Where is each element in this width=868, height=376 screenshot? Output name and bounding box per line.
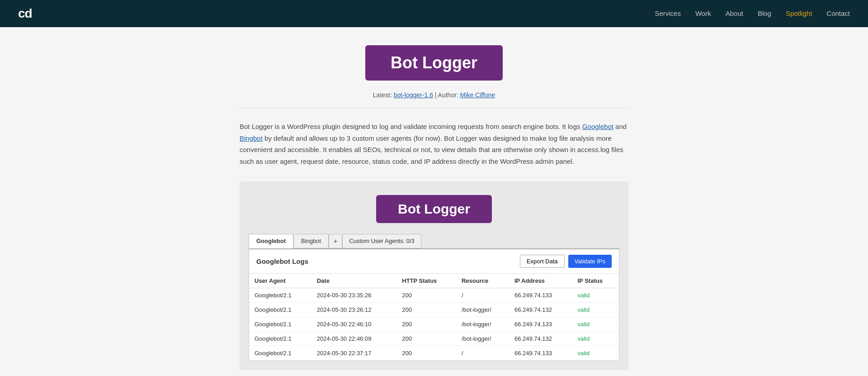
cell-user-agent: Googlebot/2.1 xyxy=(249,303,311,317)
cell-ip-status: valid xyxy=(572,317,619,332)
tab-bar: Googlebot Bingbot + Custom User Agents: … xyxy=(249,234,619,248)
col-ip-status: IP Status xyxy=(572,274,619,288)
table-section: Googlebot Logs Export Data Validate IPs … xyxy=(249,248,619,361)
col-resource: Resource xyxy=(456,274,509,288)
cell-ip-status: valid xyxy=(572,332,619,346)
table-row: Googlebot/2.1 2024-05-30 22:37:17 200 / … xyxy=(249,346,619,361)
table-row: Googlebot/2.1 2024-05-30 23:26:12 200 /b… xyxy=(249,303,619,317)
cell-ip-status: valid xyxy=(572,288,619,303)
site-logo[interactable]: cd xyxy=(18,6,32,21)
cell-ip-address: 66.249.74.132 xyxy=(509,332,572,346)
cell-http-status: 200 xyxy=(396,288,456,303)
cell-ip-address: 66.249.74.133 xyxy=(509,346,572,361)
nav-about[interactable]: About xyxy=(726,10,743,17)
hero-badge: Bot Logger xyxy=(365,45,503,81)
cell-ip-status: valid xyxy=(572,346,619,361)
tab-bingbot[interactable]: Bingbot xyxy=(293,234,329,248)
author-label: Author: xyxy=(438,91,458,99)
cell-date: 2024-05-30 23:35:26 xyxy=(311,288,397,303)
cell-user-agent: Googlebot/2.1 xyxy=(249,288,311,303)
author-link[interactable]: Mike Ciffone xyxy=(460,91,495,99)
table-header-row: Googlebot Logs Export Data Validate IPs xyxy=(249,249,619,274)
cell-resource: /bot-logger/ xyxy=(456,303,509,317)
export-data-button[interactable]: Export Data xyxy=(520,255,565,268)
cell-ip-address: 66.249.74.133 xyxy=(509,288,572,303)
cell-resource: /bot-logger/ xyxy=(456,317,509,332)
cell-resource: / xyxy=(456,346,509,361)
meta-line: Latest: bot-logger-1.6 | Author: Mike Ci… xyxy=(240,91,628,99)
version-link[interactable]: bot-logger-1.6 xyxy=(394,91,433,99)
table-actions: Export Data Validate IPs xyxy=(520,255,612,268)
cell-ip-address: 66.249.74.132 xyxy=(509,303,572,317)
cell-http-status: 200 xyxy=(396,317,456,332)
cell-http-status: 200 xyxy=(396,346,456,361)
cell-ip-status: valid xyxy=(572,303,619,317)
screenshot-hero-badge-container: Bot Logger xyxy=(249,195,619,223)
tab-googlebot[interactable]: Googlebot xyxy=(249,234,293,248)
col-http-status: HTTP Status xyxy=(396,274,456,288)
cell-http-status: 200 xyxy=(396,303,456,317)
latest-label: Latest: xyxy=(373,91,392,99)
main-content: Bot Logger Latest: bot-logger-1.6 | Auth… xyxy=(231,27,637,376)
cell-date: 2024-05-30 23:26:12 xyxy=(311,303,397,317)
nav-work[interactable]: Work xyxy=(695,10,711,17)
nav-services[interactable]: Services xyxy=(655,10,681,17)
cell-resource: /bot-logger/ xyxy=(456,332,509,346)
nav-contact[interactable]: Contact xyxy=(826,10,850,17)
section-divider xyxy=(240,108,628,108)
nav-spotlight[interactable]: Spotlight xyxy=(786,10,812,17)
cell-resource: / xyxy=(456,288,509,303)
tab-custom-agents[interactable]: Custom User Agents: 0/3 xyxy=(342,234,421,248)
cell-user-agent: Googlebot/2.1 xyxy=(249,317,311,332)
meta-separator: | xyxy=(435,91,438,99)
col-user-agent: User Agent xyxy=(249,274,311,288)
cell-http-status: 200 xyxy=(396,332,456,346)
table-head: User Agent Date HTTP Status Resource IP … xyxy=(249,274,619,288)
table-body: Googlebot/2.1 2024-05-30 23:35:26 200 / … xyxy=(249,288,619,361)
screenshot-hero-badge: Bot Logger xyxy=(376,195,492,223)
cell-date: 2024-05-30 22:46:10 xyxy=(311,317,397,332)
table-row: Googlebot/2.1 2024-05-30 22:46:10 200 /b… xyxy=(249,317,619,332)
nav-blog[interactable]: Blog xyxy=(758,10,771,17)
validate-ips-button[interactable]: Validate IPs xyxy=(568,255,612,268)
navigation: cd Services Work About Blog Spotlight Co… xyxy=(0,0,868,27)
table-row: Googlebot/2.1 2024-05-30 22:46:09 200 /b… xyxy=(249,332,619,346)
cell-ip-address: 66.249.74.133 xyxy=(509,317,572,332)
table-row: Googlebot/2.1 2024-05-30 23:35:26 200 / … xyxy=(249,288,619,303)
bingbot-link[interactable]: Bingbot xyxy=(240,134,263,142)
hero-badge-container: Bot Logger xyxy=(240,45,628,81)
cell-date: 2024-05-30 22:37:17 xyxy=(311,346,397,361)
googlebot-link[interactable]: Googlebot xyxy=(582,123,613,130)
log-table: User Agent Date HTTP Status Resource IP … xyxy=(249,274,619,361)
cell-date: 2024-05-30 22:46:09 xyxy=(311,332,397,346)
tab-add[interactable]: + xyxy=(329,234,342,248)
screenshot-box: Bot Logger Googlebot Bingbot + Custom Us… xyxy=(240,181,628,370)
cell-user-agent: Googlebot/2.1 xyxy=(249,332,311,346)
col-ip-address: IP Address xyxy=(509,274,572,288)
cell-user-agent: Googlebot/2.1 xyxy=(249,346,311,361)
table-title: Googlebot Logs xyxy=(256,257,308,265)
nav-links: Services Work About Blog Spotlight Conta… xyxy=(655,10,850,18)
col-date: Date xyxy=(311,274,397,288)
table-header-row-cols: User Agent Date HTTP Status Resource IP … xyxy=(249,274,619,288)
description-text: Bot Logger is a WordPress plugin designe… xyxy=(240,121,628,167)
